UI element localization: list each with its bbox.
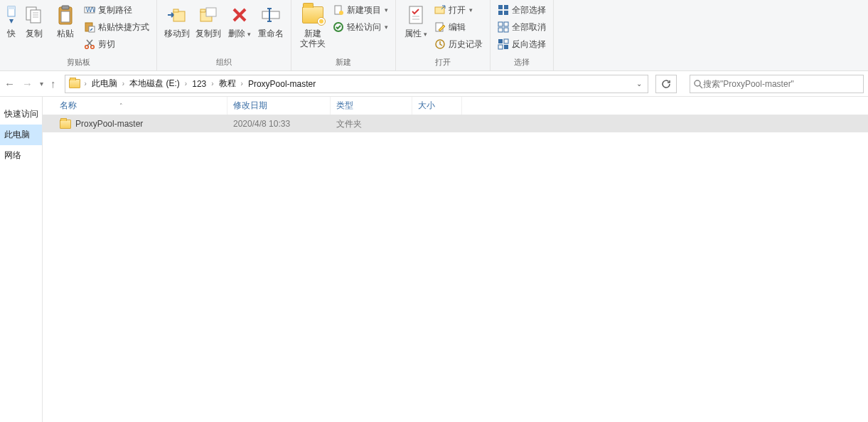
select-group-label: 选择	[514, 54, 530, 70]
copy-icon	[25, 3, 43, 27]
svg-rect-33	[409, 6, 422, 23]
nav-back-button[interactable]: ←	[4, 78, 15, 90]
search-icon	[693, 79, 703, 89]
rename-icon	[260, 3, 282, 27]
copy-button[interactable]: 复制	[18, 1, 50, 38]
svg-rect-19	[173, 9, 178, 12]
svg-rect-1	[8, 6, 15, 9]
rename-button[interactable]: 重命名	[255, 1, 286, 38]
select-all-label: 全部选择	[512, 4, 546, 16]
easy-access-button[interactable]: 轻松访问▾	[333, 20, 388, 34]
delete-button[interactable]: 删除 ▾	[224, 1, 255, 39]
sidebar-item-network[interactable]: 网络	[0, 145, 42, 166]
breadcrumb-sep-icon[interactable]: ›	[183, 80, 189, 88]
column-name-label: 名称	[60, 100, 77, 112]
paste-shortcut-button[interactable]: 粘贴快捷方式	[84, 20, 149, 34]
breadcrumb-item[interactable]: 此电脑	[89, 78, 120, 90]
svg-rect-40	[498, 5, 503, 9]
nav-up-button[interactable]: ↑	[50, 78, 56, 90]
breadcrumb-bar[interactable]: › 此电脑› 本地磁盘 (E:)› 123› 教程› ProxyPool-mas…	[65, 75, 649, 93]
rename-label: 重命名	[258, 28, 284, 38]
column-header-name[interactable]: 名称 ˄	[43, 97, 227, 115]
file-list: 名称 ˄ 修改日期 类型 大小 ProxyPool-master 2020/4/…	[43, 97, 868, 422]
refresh-icon	[661, 79, 671, 89]
paste-shortcut-label: 粘贴快捷方式	[98, 21, 149, 33]
breadcrumb-dropdown-button[interactable]: ⌄	[636, 80, 642, 88]
folder-icon	[60, 120, 71, 129]
properties-button[interactable]: 属性 ▾	[400, 1, 432, 39]
breadcrumb-list: 此电脑› 本地磁盘 (E:)› 123› 教程› ProxyPool-maste…	[89, 78, 632, 90]
sort-indicator-icon: ˄	[119, 102, 123, 110]
delete-label: 删除	[228, 28, 245, 38]
new-item-button[interactable]: 新建项目▾	[333, 3, 388, 17]
paste-button[interactable]: 粘贴	[50, 1, 81, 38]
easy-access-icon	[333, 21, 344, 33]
move-to-label: 移动到	[164, 28, 190, 38]
refresh-button[interactable]	[655, 75, 677, 93]
breadcrumb-item[interactable]: ProxyPool-master	[245, 79, 318, 89]
svg-rect-44	[498, 22, 503, 26]
column-header-size[interactable]: 大小	[412, 97, 462, 115]
select-all-button[interactable]: 全部选择	[498, 3, 546, 17]
select-invert-label: 反向选择	[512, 38, 546, 51]
svg-rect-50	[498, 45, 503, 49]
cut-button[interactable]: 剪切	[84, 37, 149, 51]
column-header-date[interactable]: 修改日期	[227, 97, 331, 115]
sidebar-item-this-pc[interactable]: 此电脑	[0, 125, 42, 145]
organize-group-label: 组织	[216, 54, 232, 70]
search-box[interactable]	[690, 75, 864, 93]
breadcrumb-sep-icon[interactable]: ›	[82, 80, 89, 88]
chevron-down-icon: ▾	[385, 6, 388, 14]
nav-recent-button[interactable]: ▾	[40, 80, 43, 88]
history-button[interactable]: 历史记录	[434, 37, 483, 51]
edit-button[interactable]: 编辑	[434, 20, 483, 34]
scissors-icon	[84, 38, 95, 50]
select-none-button[interactable]: 全部取消	[498, 20, 546, 34]
delete-icon	[230, 3, 249, 27]
breadcrumb-sep-icon[interactable]: ›	[239, 80, 245, 88]
path-icon: ww	[84, 4, 95, 16]
breadcrumb-sep-icon[interactable]: ›	[209, 80, 215, 88]
file-row[interactable]: ProxyPool-master 2020/4/8 10:33 文件夹	[43, 115, 868, 132]
ribbon-group-clipboard: 快 复制 粘贴 ww 复制路径 粘贴快捷方式	[0, 0, 157, 70]
ribbon-group-new: 新建 文件夹 新建项目▾ 轻松访问▾ 新建	[291, 0, 396, 70]
column-date-label: 修改日期	[233, 100, 267, 112]
search-input[interactable]	[703, 79, 860, 89]
open-button[interactable]: 打开▾	[434, 3, 483, 17]
open-label: 打开	[449, 4, 466, 16]
svg-line-16	[87, 40, 92, 46]
nav-forward-button[interactable]: →	[22, 78, 33, 90]
breadcrumb-item[interactable]: 123	[189, 79, 209, 89]
svg-point-52	[695, 80, 700, 86]
breadcrumb-sep-icon[interactable]: ›	[120, 80, 127, 88]
sidebar-item-quick-access[interactable]: 快速访问	[0, 104, 42, 125]
svg-rect-22	[206, 8, 216, 16]
copy-to-button[interactable]: 复制到	[193, 1, 224, 38]
breadcrumb-item[interactable]: 本地磁盘 (E:)	[127, 78, 183, 90]
select-invert-button[interactable]: 反向选择	[498, 37, 546, 51]
breadcrumb-item[interactable]: 教程	[216, 78, 239, 90]
column-headers: 名称 ˄ 修改日期 类型 大小	[43, 97, 868, 115]
copy-path-label: 复制路径	[98, 4, 132, 16]
new-folder-label: 新建 文件夹	[300, 28, 326, 48]
svg-line-53	[700, 85, 702, 88]
open-group-label: 打开	[435, 54, 451, 70]
file-date: 2020/4/8 10:33	[227, 119, 331, 129]
shortcut-icon	[84, 21, 95, 33]
chevron-down-icon: ▾	[385, 23, 388, 31]
svg-rect-45	[504, 22, 508, 26]
ribbon-group-open: 属性 ▾ 打开▾ 编辑 历史记录 打开	[396, 0, 491, 70]
svg-rect-9	[61, 11, 70, 22]
open-icon	[434, 4, 446, 16]
quick-access-button[interactable]: 快	[4, 1, 18, 38]
edit-icon	[434, 21, 446, 33]
copy-to-label: 复制到	[195, 28, 221, 38]
copy-path-button[interactable]: ww 复制路径	[84, 3, 149, 17]
select-none-label: 全部取消	[512, 21, 546, 33]
quick-label: 快	[7, 28, 16, 38]
svg-rect-8	[62, 6, 69, 9]
new-folder-button[interactable]: 新建 文件夹	[296, 1, 330, 48]
svg-rect-47	[504, 28, 508, 32]
column-header-type[interactable]: 类型	[331, 97, 412, 115]
move-to-button[interactable]: 移动到	[161, 1, 193, 38]
